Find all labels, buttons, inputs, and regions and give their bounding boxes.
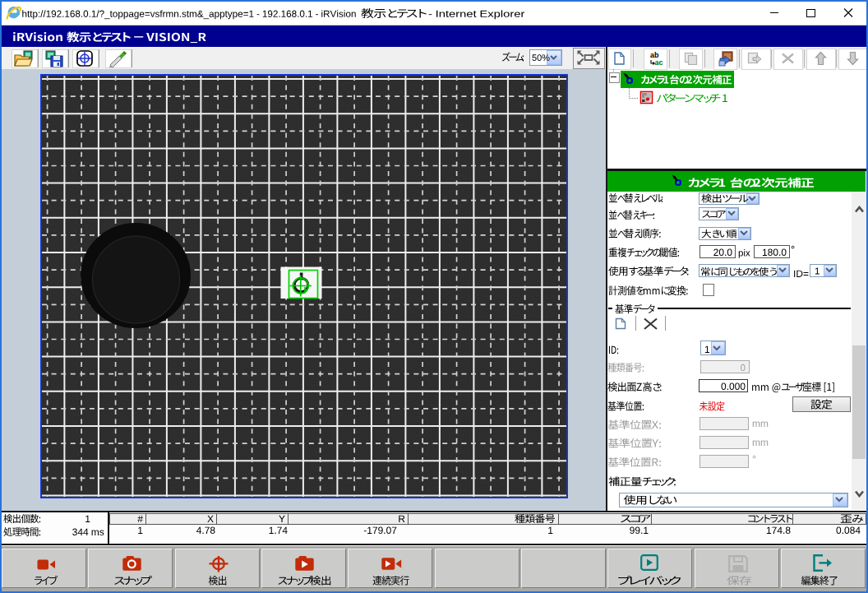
- svg-text:ac: ac: [655, 58, 663, 67]
